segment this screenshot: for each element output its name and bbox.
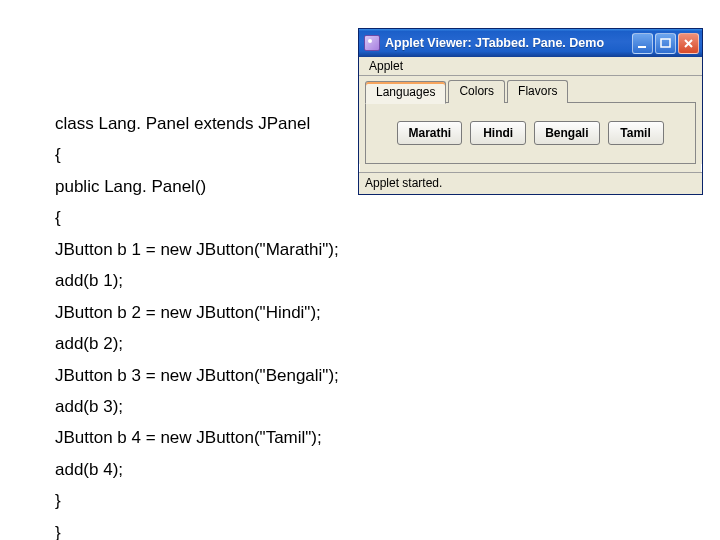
svg-rect-1 — [661, 39, 670, 47]
window-title: Applet Viewer: JTabbed. Pane. Demo — [385, 36, 632, 50]
code-line: { — [55, 139, 339, 170]
tab-panel-languages: Marathi Hindi Bengali Tamil — [365, 102, 696, 164]
tab-label: Colors — [459, 84, 494, 98]
code-line: } — [55, 485, 339, 516]
button-hindi[interactable]: Hindi — [470, 121, 526, 145]
code-line: add(b 3); — [55, 391, 339, 422]
client-area: Languages Colors Flavors Marathi Hindi B… — [359, 76, 702, 164]
maximize-button[interactable] — [655, 33, 676, 54]
code-line: { — [55, 202, 339, 233]
tab-label: Languages — [376, 85, 435, 99]
maximize-icon — [660, 38, 671, 49]
code-line: JButton b 3 = new JButton("Bengali"); — [55, 360, 339, 391]
minimize-icon — [637, 38, 648, 49]
code-line: add(b 4); — [55, 454, 339, 485]
code-line: JButton b 1 = new JButton("Marathi"); — [55, 234, 339, 265]
tab-label: Flavors — [518, 84, 557, 98]
code-line: class Lang. Panel extends JPanel — [55, 108, 339, 139]
status-text: Applet started. — [365, 176, 442, 190]
tab-languages[interactable]: Languages — [365, 81, 446, 104]
code-line: add(b 1); — [55, 265, 339, 296]
applet-viewer-window: Applet Viewer: JTabbed. Pane. Demo Apple… — [358, 28, 703, 195]
code-snippet: class Lang. Panel extends JPanel { publi… — [55, 108, 339, 540]
minimize-button[interactable] — [632, 33, 653, 54]
menu-applet[interactable]: Applet — [363, 58, 409, 74]
status-bar: Applet started. — [359, 172, 702, 194]
code-line: JButton b 2 = new JButton("Hindi"); — [55, 297, 339, 328]
code-line: add(b 2); — [55, 328, 339, 359]
java-applet-icon — [364, 35, 380, 51]
button-tamil[interactable]: Tamil — [608, 121, 664, 145]
button-bengali[interactable]: Bengali — [534, 121, 599, 145]
close-icon — [683, 38, 694, 49]
svg-rect-0 — [638, 46, 646, 48]
titlebar[interactable]: Applet Viewer: JTabbed. Pane. Demo — [359, 29, 702, 57]
code-line: } — [55, 517, 339, 540]
tab-flavors[interactable]: Flavors — [507, 80, 568, 103]
menubar: Applet — [359, 57, 702, 76]
button-marathi[interactable]: Marathi — [397, 121, 462, 145]
window-controls — [632, 33, 699, 54]
close-button[interactable] — [678, 33, 699, 54]
code-line: public Lang. Panel() — [55, 171, 339, 202]
tab-colors[interactable]: Colors — [448, 80, 505, 103]
code-line: JButton b 4 = new JButton("Tamil"); — [55, 422, 339, 453]
tab-row: Languages Colors Flavors — [365, 80, 696, 103]
